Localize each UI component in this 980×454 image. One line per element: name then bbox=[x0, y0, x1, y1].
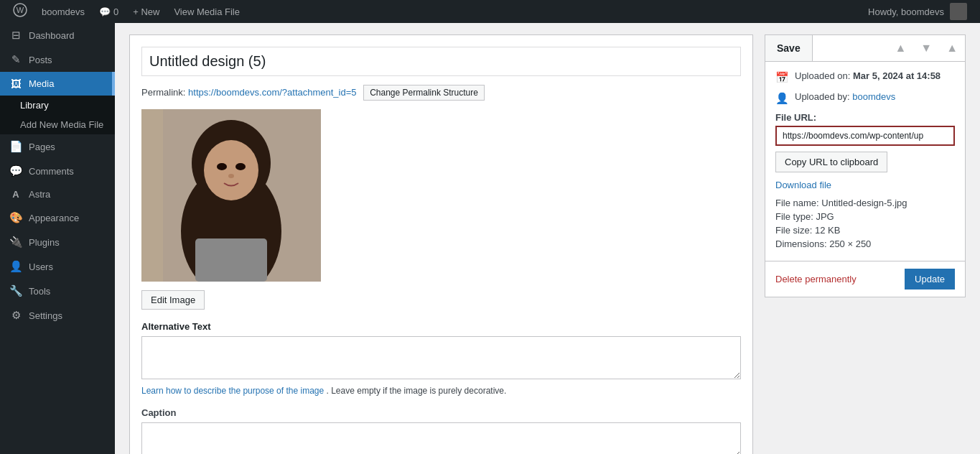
comments-count: 0 bbox=[113, 6, 118, 17]
sidebar-item-dashboard[interactable]: ⊟ Dashboard bbox=[0, 23, 115, 47]
posts-icon: ✎ bbox=[9, 53, 23, 66]
users-icon: 👤 bbox=[9, 260, 23, 273]
permalink-label: Permalink: bbox=[141, 87, 185, 98]
view-media-item[interactable]: View Media File bbox=[167, 0, 247, 23]
calendar-icon: 📅 bbox=[775, 71, 789, 84]
delete-permanently-link[interactable]: Delete permanently bbox=[775, 274, 857, 284]
sidebar-item-label: Users bbox=[29, 261, 53, 272]
dimensions-value: 250 × 250 bbox=[829, 238, 871, 249]
file-type-meta: File type: JPG bbox=[775, 211, 955, 222]
permalink-row: Permalink: https://boomdevs.com/?attachm… bbox=[141, 85, 741, 101]
post-body: Permalink: https://boomdevs.com/?attachm… bbox=[129, 34, 966, 454]
caption-label: Caption bbox=[141, 407, 741, 418]
svg-rect-10 bbox=[141, 109, 163, 282]
comments-menu-icon: 💬 bbox=[9, 165, 23, 177]
nav-down-button[interactable]: ▼ bbox=[913, 36, 939, 60]
svg-point-7 bbox=[235, 163, 246, 170]
sidebar-item-label: Appearance bbox=[29, 213, 79, 223]
alt-text-label: Alternative Text bbox=[141, 321, 741, 332]
sidebar-item-tools[interactable]: 🔧 Tools bbox=[0, 279, 115, 303]
file-size-label: File size: bbox=[775, 225, 812, 236]
svg-point-5 bbox=[204, 140, 258, 200]
new-item[interactable]: + New bbox=[126, 0, 167, 23]
appearance-icon: 🎨 bbox=[9, 211, 23, 224]
file-url-label: File URL: bbox=[775, 112, 955, 123]
adminbar-right: Howdy, boomdevs bbox=[861, 0, 974, 23]
site-name-item[interactable]: boomdevs bbox=[34, 0, 92, 23]
change-permalink-button[interactable]: Change Permalink Structure bbox=[363, 85, 485, 101]
media-icon: 🖼 bbox=[9, 78, 23, 90]
sidebar-item-plugins[interactable]: 🔌 Plugins bbox=[0, 230, 115, 254]
comments-item[interactable]: 💬 0 bbox=[92, 0, 126, 23]
sidebar-item-appearance[interactable]: 🎨 Appearance bbox=[0, 205, 115, 230]
postbox: Save ▲ ▼ ▲ 📅 bbox=[765, 34, 966, 297]
save-button[interactable]: Save bbox=[765, 35, 813, 61]
file-type-label: File type: bbox=[775, 211, 813, 222]
astra-icon: A bbox=[9, 189, 23, 200]
file-url-input[interactable] bbox=[775, 126, 955, 146]
pages-icon: 📄 bbox=[9, 140, 23, 153]
sidebar-item-label: Comments bbox=[29, 166, 74, 177]
postbox-content: 📅 Uploaded on: Mar 5, 2024 at 14:58 👤 bbox=[765, 62, 965, 261]
copy-url-button[interactable]: Copy URL to clipboard bbox=[775, 152, 887, 172]
edit-image-button[interactable]: Edit Image bbox=[141, 290, 205, 310]
post-edit-area: Permalink: https://boomdevs.com/?attachm… bbox=[129, 34, 753, 454]
plugins-icon: 🔌 bbox=[9, 236, 23, 249]
submenu-add-new[interactable]: Add New Media File bbox=[0, 115, 115, 134]
wp-wrap: ⊟ Dashboard ✎ Posts 🖼 Media Library Add … bbox=[0, 23, 980, 454]
site-name-text: boomdevs bbox=[42, 6, 85, 17]
file-type-value: JPG bbox=[816, 211, 834, 222]
update-button[interactable]: Update bbox=[905, 269, 955, 289]
user-icon: 👤 bbox=[775, 92, 789, 105]
submenu-library[interactable]: Library bbox=[0, 96, 115, 115]
alt-text-help: Learn how to describe the purpose of the… bbox=[141, 386, 741, 396]
download-file-link[interactable]: Download file bbox=[775, 180, 955, 190]
sidebar-item-pages[interactable]: 📄 Pages bbox=[0, 134, 115, 159]
uploaded-by-user[interactable]: boomdevs bbox=[852, 91, 895, 102]
post-title-input[interactable] bbox=[141, 47, 741, 76]
sidebar-item-label: Media bbox=[29, 78, 54, 89]
howdy-item[interactable]: Howdy, boomdevs bbox=[861, 0, 974, 23]
user-avatar-icon bbox=[950, 3, 967, 20]
uploaded-by-label: Uploaded by: bbox=[795, 91, 850, 102]
sidebar-item-posts[interactable]: ✎ Posts bbox=[0, 47, 115, 72]
view-media-label: View Media File bbox=[174, 6, 240, 17]
sidebar-item-label: Posts bbox=[29, 55, 52, 65]
submit-panel: Save ▲ ▼ ▲ 📅 bbox=[765, 34, 966, 297]
image-preview bbox=[141, 109, 321, 282]
alt-text-input[interactable] bbox=[141, 336, 741, 379]
file-size-value: 12 KB bbox=[815, 225, 840, 236]
sidebar-item-label: Dashboard bbox=[29, 30, 75, 41]
nav-up-button[interactable]: ▲ bbox=[887, 36, 913, 60]
sidebar-item-astra[interactable]: A Astra bbox=[0, 183, 115, 205]
howdy-text: Howdy, boomdevs bbox=[868, 6, 944, 17]
expand-button[interactable]: ▲ bbox=[939, 36, 965, 60]
postbox-header: Save ▲ ▼ ▲ bbox=[765, 35, 965, 62]
svg-point-8 bbox=[228, 174, 234, 178]
dimensions-meta: Dimensions: 250 × 250 bbox=[775, 238, 955, 249]
svg-text:W: W bbox=[17, 6, 24, 14]
postbox-nav: ▲ ▼ ▲ bbox=[887, 36, 965, 60]
admin-menu: ⊟ Dashboard ✎ Posts 🖼 Media Library Add … bbox=[0, 23, 115, 454]
caption-input[interactable] bbox=[141, 422, 741, 454]
sidebar-item-label: Settings bbox=[29, 310, 62, 321]
tools-icon: 🔧 bbox=[9, 284, 23, 297]
alt-text-help-link[interactable]: Learn how to describe the purpose of the… bbox=[141, 386, 324, 396]
sidebar-item-label: Plugins bbox=[29, 237, 60, 248]
dimensions-label: Dimensions: bbox=[775, 238, 827, 249]
wp-logo-item[interactable]: W bbox=[6, 0, 34, 23]
file-name-label: File name: bbox=[775, 198, 819, 208]
sidebar-item-label: Tools bbox=[29, 286, 50, 297]
file-name-value: Untitled-design-5.jpg bbox=[821, 198, 907, 208]
sidebar-item-media[interactable]: 🖼 Media bbox=[0, 72, 115, 96]
permalink-url[interactable]: https://boomdevs.com/?attachment_id=5 bbox=[188, 87, 357, 98]
svg-point-6 bbox=[217, 163, 227, 170]
media-submenu: Library Add New Media File bbox=[0, 96, 115, 134]
add-new-label: Add New Media File bbox=[20, 119, 103, 130]
file-name-meta: File name: Untitled-design-5.jpg bbox=[775, 198, 955, 208]
uploaded-label: Uploaded on: bbox=[795, 70, 850, 81]
sidebar-item-comments[interactable]: 💬 Comments bbox=[0, 159, 115, 183]
sidebar-item-users[interactable]: 👤 Users bbox=[0, 254, 115, 279]
sidebar-item-settings[interactable]: ⚙ Settings bbox=[0, 303, 115, 328]
uploaded-date-value: Mar 5, 2024 at 14:58 bbox=[853, 70, 941, 81]
